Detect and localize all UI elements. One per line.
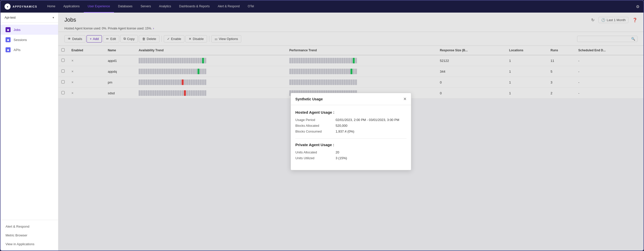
nav-item-databases[interactable]: Databases bbox=[114, 1, 136, 13]
sidebar-nav-section: ◼ Jobs ◼ Sessions ◼ APIs bbox=[1, 23, 58, 57]
nav-item-otel[interactable]: OTel bbox=[244, 1, 258, 13]
nav-right: ⚙ bbox=[636, 4, 639, 9]
sidebar-app-name: Api-test bbox=[5, 16, 16, 19]
nav-item-dashboards-reports[interactable]: Dashboards & Reports bbox=[175, 1, 214, 13]
content-area: Jobs ↻ 🕐 Last 1 Month ❓ Hosted Agent lic… bbox=[58, 13, 643, 250]
sessions-icon: ◼ bbox=[6, 37, 11, 42]
sidebar-item-metric-browser[interactable]: Metric Browser bbox=[6, 231, 53, 240]
hosted-usage-title: Hosted Agent Usage : bbox=[295, 110, 407, 114]
nav-item-analytics[interactable]: Analytics bbox=[155, 1, 175, 13]
units-allocated-row: Units Allocated 20 bbox=[295, 150, 407, 154]
nav-item-applications[interactable]: Applications bbox=[59, 1, 84, 13]
nav-item-servers[interactable]: Servers bbox=[137, 1, 155, 13]
sidebar-item-apis[interactable]: ◼ APIs bbox=[1, 45, 58, 55]
private-usage-title: Private Agent Usage : bbox=[295, 143, 407, 147]
blocks-consumed-row: Blocks Consumed 1,937.4 (0%) bbox=[295, 130, 407, 133]
modal-title: Synthetic Usage bbox=[295, 97, 323, 101]
private-usage-section: Private Agent Usage : Units Allocated 20… bbox=[295, 143, 407, 160]
sidebar-item-label-sessions: Sessions bbox=[14, 38, 27, 42]
sidebar-item-jobs[interactable]: ◼ Jobs bbox=[1, 25, 58, 35]
app-frame: APPDYNAMICS Home Applications User Exper… bbox=[0, 0, 644, 251]
top-nav: APPDYNAMICS Home Applications User Exper… bbox=[1, 1, 643, 13]
modal-overlay: Synthetic Usage ✕ Hosted Agent Usage : U… bbox=[58, 13, 643, 250]
modal-header: Synthetic Usage ✕ bbox=[291, 93, 411, 105]
sidebar-bottom-section: Alert & Respond Metric Browser View in A… bbox=[1, 220, 58, 250]
chevron-down-icon: ▾ bbox=[53, 16, 54, 19]
main-area: Api-test ▾ ◼ Jobs ◼ Sessions ◼ APIs Aler… bbox=[1, 13, 643, 250]
units-utilized-row: Units Utilized 3 (15%) bbox=[295, 156, 407, 160]
logo-text: APPDYNAMICS bbox=[13, 5, 37, 8]
logo-icon bbox=[5, 4, 11, 10]
units-allocated-label: Units Allocated bbox=[295, 150, 336, 154]
nav-item-alert-respond[interactable]: Alert & Respond bbox=[214, 1, 244, 13]
nav-items: Home Applications User Experience Databa… bbox=[43, 1, 636, 13]
nav-item-user-experience[interactable]: User Experience bbox=[84, 1, 114, 13]
nav-item-home[interactable]: Home bbox=[43, 1, 59, 13]
units-allocated-value: 20 bbox=[336, 150, 339, 154]
usage-period-value: 02/01/2023, 2:00 PM - 03/01/2023, 3:00 P… bbox=[336, 118, 399, 122]
apis-icon: ◼ bbox=[6, 47, 11, 52]
synthetic-usage-modal: Synthetic Usage ✕ Hosted Agent Usage : U… bbox=[291, 93, 411, 170]
sidebar-item-label-jobs: Jobs bbox=[14, 28, 20, 32]
blocks-allocated-label: Blocks Allocated bbox=[295, 124, 336, 128]
usage-period-label: Usage Period bbox=[295, 118, 336, 122]
sidebar-app-selector[interactable]: Api-test ▾ bbox=[1, 13, 58, 23]
hosted-usage-section: Hosted Agent Usage : Usage Period 02/01/… bbox=[295, 110, 407, 133]
gear-icon[interactable]: ⚙ bbox=[636, 4, 639, 9]
modal-body: Hosted Agent Usage : Usage Period 02/01/… bbox=[291, 105, 411, 170]
logo: APPDYNAMICS bbox=[5, 4, 37, 10]
sidebar-item-alert-respond[interactable]: Alert & Respond bbox=[6, 222, 53, 231]
sidebar-item-view-in-applications[interactable]: View in Applications bbox=[6, 240, 53, 248]
blocks-consumed-value: 1,937.4 (0%) bbox=[336, 130, 354, 133]
blocks-allocated-row: Blocks Allocated 520,000 bbox=[295, 124, 407, 128]
modal-close-button[interactable]: ✕ bbox=[403, 97, 407, 101]
blocks-allocated-value: 520,000 bbox=[336, 124, 347, 128]
units-utilized-value: 3 (15%) bbox=[336, 156, 347, 160]
units-utilized-label: Units Utilized bbox=[295, 156, 336, 160]
blocks-consumed-label: Blocks Consumed bbox=[295, 130, 336, 133]
sidebar: Api-test ▾ ◼ Jobs ◼ Sessions ◼ APIs Aler… bbox=[1, 13, 58, 250]
sidebar-item-sessions[interactable]: ◼ Sessions bbox=[1, 35, 58, 45]
sidebar-item-label-apis: APIs bbox=[14, 48, 20, 52]
modal-divider bbox=[295, 138, 407, 139]
usage-period-row: Usage Period 02/01/2023, 2:00 PM - 03/01… bbox=[295, 118, 407, 122]
jobs-icon: ◼ bbox=[6, 27, 11, 32]
